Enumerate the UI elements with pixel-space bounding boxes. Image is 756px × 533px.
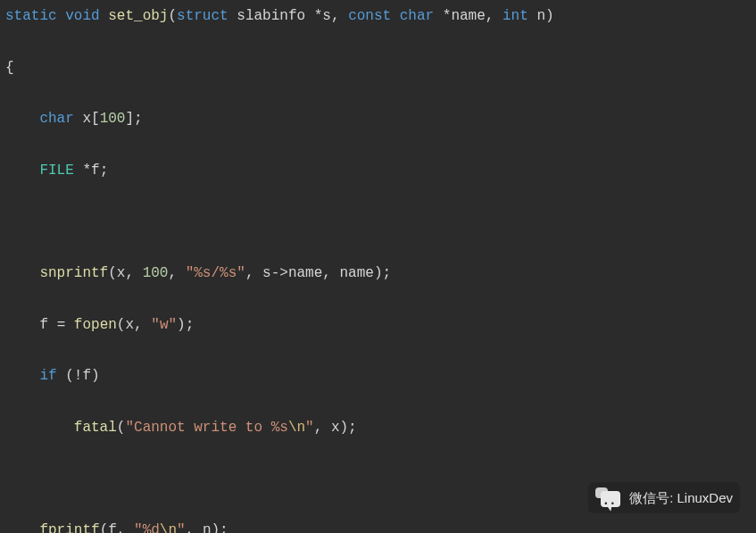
kw-struct: struct — [177, 8, 228, 24]
arg-f2: f — [108, 522, 117, 533]
num-100: 100 — [100, 111, 126, 127]
str-fatal-b: " — [305, 420, 314, 436]
arg-s: s — [262, 265, 271, 281]
fn-fprintf: fprintf — [39, 522, 99, 533]
cond-f: f — [82, 368, 91, 384]
type-file: FILE — [39, 162, 73, 179]
var-f: f — [91, 162, 100, 179]
arg-name: name — [340, 265, 374, 281]
kw-if: if — [39, 368, 56, 384]
str-fmt: "%s/%s" — [186, 265, 245, 281]
str-mode: "w" — [151, 317, 177, 333]
kw-void: void — [65, 8, 99, 24]
var-f2: f — [39, 317, 48, 333]
var-x: x — [82, 111, 91, 127]
watermark: • • 微信号: LinuxDev — [588, 482, 740, 513]
str-fmt2a: "%d — [134, 522, 160, 533]
fn-snprintf: snprintf — [39, 265, 108, 281]
field-name: name — [288, 265, 322, 281]
op-arrow: -> — [271, 265, 288, 281]
param-n: n — [536, 8, 545, 24]
param-s: s — [322, 8, 331, 24]
watermark-label: 微信号: LinuxDev — [629, 486, 733, 510]
kw-int: int — [503, 8, 528, 24]
kw-char: char — [400, 8, 434, 24]
kw-char-2: char — [39, 111, 73, 127]
param-name: name — [451, 8, 485, 24]
fn-name: set_obj — [108, 8, 168, 24]
str-fatal-a: "Cannot write to %s — [125, 420, 287, 436]
fn-fopen: fopen — [74, 317, 117, 333]
fn-fatal: fatal — [74, 420, 117, 436]
type-slabinfo: slabinfo — [237, 8, 305, 24]
arg-x2: x — [125, 317, 134, 333]
arg-x3: x — [331, 420, 340, 436]
code-block: static void set_obj(struct slabinfo *s, … — [0, 0, 756, 533]
str-fmt2b: " — [177, 522, 186, 533]
kw-const: const — [348, 8, 391, 24]
kw-static: static — [5, 8, 57, 24]
esc-n1: \n — [288, 420, 305, 436]
wechat-icon: • • — [595, 487, 622, 509]
num-100b: 100 — [143, 265, 169, 281]
esc-n2: \n — [160, 522, 177, 533]
arg-x: x — [117, 265, 126, 281]
